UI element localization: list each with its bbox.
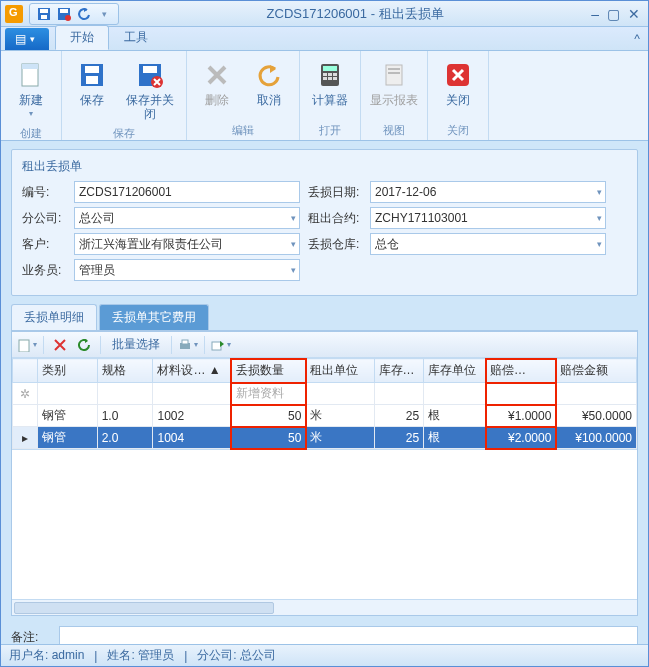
svg-rect-24 — [388, 72, 400, 74]
chevron-down-icon[interactable]: ▾ — [291, 265, 296, 275]
grid-empty-area — [12, 449, 637, 599]
col-stock[interactable]: 库存… — [374, 359, 424, 383]
window-maximize-button[interactable]: ▢ — [607, 6, 620, 22]
ribbon-tab-strip: ▤▾ 开始 工具 ^ — [1, 27, 648, 51]
col-unit-out[interactable]: 租出单位 — [306, 359, 374, 383]
chevron-down-icon[interactable]: ▾ — [291, 239, 296, 249]
op-label: 业务员: — [22, 262, 74, 279]
delete-button[interactable]: 删除 — [193, 55, 241, 111]
tab-detail[interactable]: 丢损单明细 — [11, 304, 97, 330]
qat-dropdown-icon[interactable]: ▾ — [96, 6, 112, 22]
new-icon — [15, 59, 47, 91]
svg-rect-15 — [323, 66, 337, 71]
contract-label: 租出合约: — [308, 210, 370, 227]
detail-tabs: 丢损单明细 丢损单其它费用 — [11, 304, 638, 331]
svg-rect-28 — [182, 340, 188, 344]
window-close-button[interactable]: ✕ — [628, 6, 640, 22]
svg-rect-17 — [328, 73, 332, 76]
save-icon — [76, 59, 108, 91]
file-menu-button[interactable]: ▤▾ — [5, 28, 49, 50]
svg-rect-29 — [212, 342, 221, 350]
window-minimize-button[interactable]: – — [591, 6, 599, 22]
svg-rect-16 — [323, 73, 327, 76]
tab-start[interactable]: 开始 — [55, 25, 109, 50]
svg-rect-23 — [388, 68, 400, 70]
grid-new-row[interactable]: ✲ 新增资料 — [13, 383, 637, 405]
panel-title: 租出丢损单 — [22, 158, 627, 175]
delete-icon — [201, 59, 233, 91]
report-button[interactable]: 显示报表 — [367, 55, 421, 111]
col-loss-qty[interactable]: 丢损数量 — [231, 359, 305, 383]
svg-rect-26 — [19, 340, 29, 352]
grid-delete-button[interactable] — [49, 335, 71, 355]
close-button[interactable]: 关闭 — [434, 55, 482, 111]
batch-select-button[interactable]: 批量选择 — [106, 336, 166, 353]
wh-input[interactable]: 总仓▾ — [370, 233, 606, 255]
svg-rect-10 — [86, 76, 98, 84]
svg-rect-21 — [333, 77, 337, 80]
app-icon — [5, 5, 23, 23]
op-input[interactable]: 管理员▾ — [74, 259, 300, 281]
cancel-button[interactable]: 取消 — [245, 55, 293, 111]
quick-access-toolbar: ▾ — [29, 3, 119, 25]
grid-row[interactable]: 钢管1.01002 50米 25根 ¥1.0000¥50.0000 — [13, 405, 637, 427]
status-bar: 用户名: admin | 姓名: 管理员 | 分公司: 总公司 — [1, 644, 648, 666]
qat-saveclose-icon[interactable] — [56, 6, 72, 22]
col-category[interactable]: 类别 — [37, 359, 97, 383]
close-icon — [442, 59, 474, 91]
col-comp-amount[interactable]: 赔偿金额 — [556, 359, 637, 383]
group-view-label: 视图 — [367, 122, 421, 138]
qat-undo-icon[interactable] — [76, 6, 92, 22]
cust-input[interactable]: 浙江兴海置业有限责任公司▾ — [74, 233, 300, 255]
qat-save-icon[interactable] — [36, 6, 52, 22]
tab-other-fee[interactable]: 丢损单其它费用 — [99, 304, 209, 330]
col-spec[interactable]: 规格 — [97, 359, 153, 383]
svg-rect-1 — [40, 9, 48, 13]
no-label: 编号: — [22, 184, 74, 201]
grid-new-button[interactable]: ▾ — [16, 335, 38, 355]
status-branch: 分公司: 总公司 — [197, 647, 276, 664]
branch-input[interactable]: 总公司▾ — [74, 207, 300, 229]
window-title: ZCDS171206001 - 租出丢损单 — [119, 5, 591, 23]
no-input[interactable]: ZCDS171206001 — [74, 181, 300, 203]
contract-input[interactable]: ZCHY171103001▾ — [370, 207, 606, 229]
save-close-button[interactable]: 保存并关闭 — [120, 55, 180, 125]
branch-label: 分公司: — [22, 210, 74, 227]
chevron-down-icon[interactable]: ▾ — [597, 187, 602, 197]
detail-grid[interactable]: 类别 规格 材料设… ▲ 丢损数量 租出单位 库存… 库存单位 赔偿… 赔偿金额… — [12, 358, 637, 449]
save-button[interactable]: 保存 — [68, 55, 116, 111]
grid-refresh-button[interactable] — [73, 335, 95, 355]
grid-hscrollbar[interactable] — [12, 599, 637, 615]
titlebar: ▾ ZCDS171206001 - 租出丢损单 – ▢ ✕ — [1, 1, 648, 27]
chevron-down-icon[interactable]: ▾ — [597, 239, 602, 249]
calculator-button[interactable]: 计算器 — [306, 55, 354, 111]
form-panel: 租出丢损单 编号: ZCDS171206001 丢损日期: 2017-12-06… — [11, 149, 638, 296]
grid-print-button[interactable]: ▾ — [177, 335, 199, 355]
svg-rect-7 — [22, 64, 38, 69]
save-close-icon — [134, 59, 166, 91]
group-create-label: 创建 — [7, 125, 55, 141]
col-indicator[interactable] — [13, 359, 38, 383]
svg-rect-19 — [323, 77, 327, 80]
calculator-icon — [314, 59, 346, 91]
undo-icon — [253, 59, 285, 91]
ribbon-collapse-icon[interactable]: ^ — [634, 32, 640, 46]
remark-label: 备注: — [11, 629, 59, 646]
group-open-label: 打开 — [306, 122, 354, 138]
date-input[interactable]: 2017-12-06▾ — [370, 181, 606, 203]
col-comp-price[interactable]: 赔偿… — [486, 359, 556, 383]
grid-export-button[interactable]: ▾ — [210, 335, 232, 355]
new-button[interactable]: 新建▾ — [7, 55, 55, 125]
cust-label: 客户: — [22, 236, 74, 253]
col-material[interactable]: 材料设… ▲ — [153, 359, 232, 383]
svg-point-5 — [65, 15, 71, 21]
chevron-down-icon[interactable]: ▾ — [597, 213, 602, 223]
grid-toolbar: ▾ 批量选择 ▾ ▾ — [12, 332, 637, 358]
group-close-label: 关闭 — [434, 122, 482, 138]
date-label: 丢损日期: — [308, 184, 370, 201]
tab-tools[interactable]: 工具 — [109, 25, 163, 50]
chevron-down-icon[interactable]: ▾ — [291, 213, 296, 223]
wh-label: 丢损仓库: — [308, 236, 370, 253]
col-unit-stock[interactable]: 库存单位 — [424, 359, 486, 383]
grid-row-selected[interactable]: ▸ 钢管2.01004 50米 25根 ¥2.0000¥100.0000 — [13, 427, 637, 449]
